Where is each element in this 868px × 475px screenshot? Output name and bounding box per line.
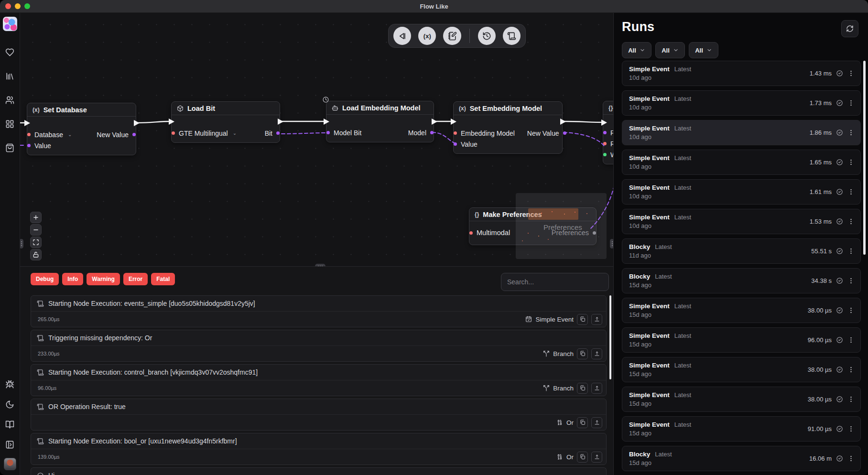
log-level-chip[interactable]: Debug (31, 273, 59, 285)
close-button[interactable] (5, 3, 11, 9)
port-dot[interactable] (563, 131, 566, 135)
run-menu-button[interactable] (847, 218, 855, 225)
log-level-chip[interactable]: Warning (87, 273, 120, 285)
log-scrollbar[interactable] (609, 295, 611, 379)
port-dot[interactable] (603, 131, 607, 134)
open-share-button[interactable] (591, 452, 602, 463)
node-load-embedding-model[interactable]: Load Embedding Model Model Bit Model (326, 101, 434, 142)
run-item[interactable]: Simple EventLatest 15d ago 38.00 µs (622, 387, 861, 412)
open-share-button[interactable] (591, 383, 602, 394)
run-item[interactable]: BlockyLatest 15d ago 16.06 m (622, 446, 861, 471)
port-dot[interactable] (430, 131, 434, 134)
port-dot[interactable] (326, 131, 330, 134)
chevron-down-icon[interactable]: ⌄ (233, 130, 237, 136)
run-menu-button[interactable] (847, 396, 855, 403)
run-item[interactable]: Simple EventLatest 15d ago 91.00 µs (622, 416, 861, 442)
run-item[interactable]: Simple EventLatest 15d ago 38.00 µs (622, 298, 861, 323)
step-back-button[interactable] (393, 27, 411, 45)
port-dot[interactable] (603, 142, 607, 145)
node-partial-right[interactable]: {} Pr Re W (603, 101, 613, 164)
run-menu-button[interactable] (847, 70, 855, 77)
flow-canvas[interactable]: (x)Set Database Database⌄ New Value Valu… (20, 13, 613, 266)
log-entry[interactable]: Starting Node Execution: bool_or [uxu1ne… (31, 433, 607, 465)
zoom-out-button[interactable] (30, 224, 42, 236)
refresh-button[interactable] (841, 20, 858, 37)
run-menu-button[interactable] (847, 277, 855, 284)
copy-button[interactable] (577, 417, 588, 428)
log-entry[interactable]: Hi (31, 467, 607, 475)
run-menu-button[interactable] (847, 99, 855, 107)
run-item[interactable]: Simple EventLatest 10d ago 1.53 ms (622, 209, 861, 234)
runs-filter-dropdown[interactable]: All (689, 42, 718, 58)
log-entry[interactable]: Starting Node Execution: control_branch … (31, 364, 607, 396)
input-port-embedding-model[interactable]: Embedding Model (460, 130, 515, 137)
run-menu-button[interactable] (847, 336, 855, 344)
input-port-database[interactable]: Database⌄ (34, 131, 72, 139)
input-port-model-bit[interactable]: Model Bit (333, 129, 361, 137)
run-menu-button[interactable] (847, 248, 855, 255)
debug-bug-icon[interactable] (4, 378, 16, 390)
open-share-button[interactable] (591, 417, 602, 428)
open-share-button[interactable] (591, 348, 602, 359)
runs-filter-dropdown[interactable]: All (655, 42, 685, 58)
log-entry[interactable]: OR Operation Result: true Or (31, 399, 607, 431)
node-set-embedding-model[interactable]: (x)Set Embedding Model Embedding Model N… (453, 101, 563, 154)
store-bag-icon[interactable] (4, 142, 16, 153)
copy-button[interactable] (577, 314, 588, 325)
output-port-model[interactable]: Model (408, 129, 427, 137)
docs-book-icon[interactable] (4, 419, 16, 430)
input-port-multimodal[interactable]: Multimodal (476, 229, 510, 237)
port-dot[interactable] (172, 131, 175, 135)
logpanel-resize-handle[interactable] (315, 264, 326, 266)
favorites-heart-icon[interactable] (4, 46, 16, 58)
output-port-new-value[interactable]: New Value (527, 130, 560, 137)
script-log-button[interactable] (503, 27, 521, 45)
panel-toggle-icon[interactable] (4, 439, 16, 450)
run-item[interactable]: BlockyLatest 15d ago 34.38 s (622, 268, 861, 293)
run-item[interactable]: Simple EventLatest 15d ago 96.00 µs (622, 327, 861, 353)
output-port-new-value[interactable]: New Value (97, 131, 129, 139)
sidebar-resize-handle[interactable] (20, 239, 23, 248)
run-item[interactable]: Simple EventLatest 10d ago 1.43 ms (622, 61, 861, 86)
input-port[interactable]: Re (610, 140, 613, 148)
run-menu-button[interactable] (847, 307, 855, 314)
port-dot[interactable] (276, 131, 280, 135)
run-item[interactable]: Simple EventLatest 10d ago 1.65 ms (622, 150, 861, 175)
run-menu-button[interactable] (847, 129, 855, 136)
copy-button[interactable] (577, 348, 588, 359)
runs-resize-handle[interactable] (610, 239, 613, 248)
port-dot[interactable] (469, 231, 473, 235)
port-dot[interactable] (454, 142, 457, 146)
run-item[interactable]: BlockyLatest 11d ago 55.51 s (622, 238, 861, 264)
port-dot[interactable] (603, 153, 607, 156)
run-menu-button[interactable] (847, 455, 855, 462)
input-port[interactable]: Pr (610, 129, 613, 137)
history-button[interactable] (478, 27, 496, 45)
runs-filter-dropdown[interactable]: All (622, 42, 651, 58)
port-dot[interactable] (454, 131, 457, 135)
runs-scrollbar[interactable] (863, 61, 866, 255)
input-port-bit-select[interactable]: GTE Multilingual⌄ (178, 130, 237, 137)
node-load-bit[interactable]: Load Bit GTE Multilingual⌄ Bit (171, 101, 280, 143)
zoom-in-button[interactable] (30, 212, 42, 223)
app-logo-icon[interactable] (3, 17, 17, 31)
lock-button[interactable] (30, 249, 42, 260)
copy-button[interactable] (577, 383, 588, 394)
chevron-down-icon[interactable]: ⌄ (68, 132, 72, 137)
run-menu-button[interactable] (847, 188, 855, 195)
apps-grid-icon[interactable] (4, 118, 16, 130)
log-level-chip[interactable]: Error (123, 273, 148, 285)
users-icon[interactable] (4, 94, 16, 106)
port-dot[interactable] (27, 133, 31, 136)
theme-moon-icon[interactable] (4, 399, 16, 410)
variables-button[interactable]: (x) (418, 27, 436, 45)
log-level-chip[interactable]: Info (62, 273, 83, 285)
user-avatar[interactable] (4, 458, 16, 470)
log-level-chip[interactable]: Fatal (151, 273, 175, 285)
run-menu-button[interactable] (847, 366, 855, 373)
run-item[interactable]: Simple EventLatest 10d ago 1.86 ms (622, 120, 861, 145)
run-menu-button[interactable] (847, 425, 855, 432)
fit-view-button[interactable] (30, 237, 42, 248)
node-set-database[interactable]: (x)Set Database Database⌄ New Value Valu… (27, 103, 136, 155)
copy-button[interactable] (577, 452, 588, 463)
